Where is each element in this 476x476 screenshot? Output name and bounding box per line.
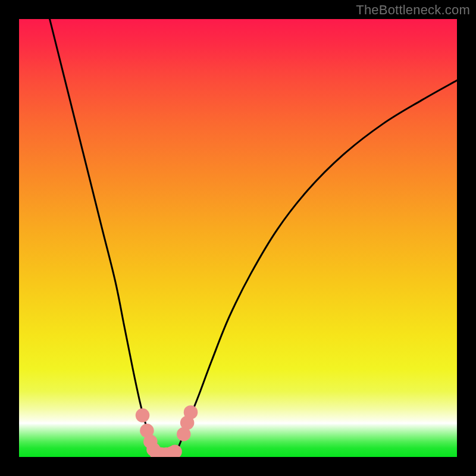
data-marker [168, 444, 182, 457]
curve-markers [136, 405, 198, 457]
data-marker [184, 405, 198, 419]
plot-area [19, 19, 457, 457]
curve-paths [50, 19, 457, 457]
data-marker [136, 408, 150, 422]
series-right-branch [175, 80, 457, 455]
watermark-text: TheBottleneck.com [356, 2, 470, 18]
curve-layer [19, 19, 457, 457]
series-left-branch [50, 19, 156, 455]
chart-frame: TheBottleneck.com [0, 0, 476, 476]
